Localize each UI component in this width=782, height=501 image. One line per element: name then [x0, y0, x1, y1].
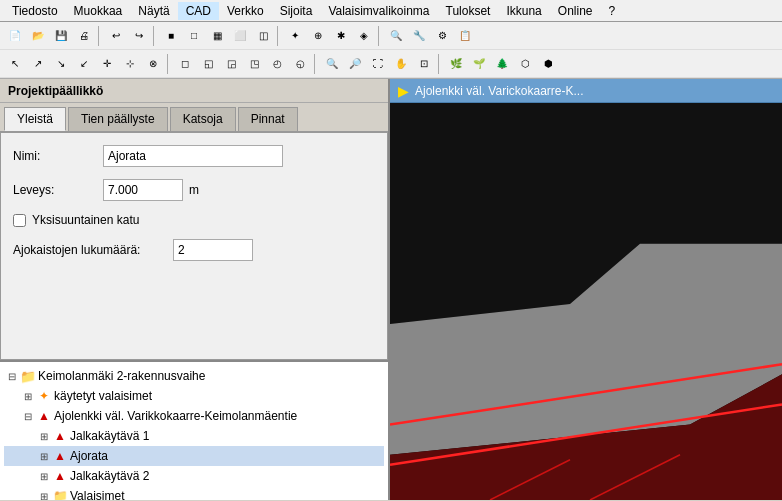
toolbar-zoom1[interactable]: 🔍: [321, 53, 343, 75]
list-item[interactable]: ⊞ 📁 Valaisimet: [4, 486, 384, 500]
sep3: [277, 26, 281, 46]
ajokaistojen-input[interactable]: [173, 239, 253, 261]
toolbar-b1[interactable]: ■: [160, 25, 182, 47]
sep7: [438, 54, 442, 74]
toolbar-b5[interactable]: ◫: [252, 25, 274, 47]
tree-expander-3[interactable]: ⊞: [36, 428, 52, 444]
toolbar-d3[interactable]: 🌲: [491, 53, 513, 75]
tree-label-4: Ajorata: [70, 449, 108, 463]
toolbar-select5[interactable]: ✛: [96, 53, 118, 75]
toolbar-c2[interactable]: ◱: [197, 53, 219, 75]
toolbar-zoom2[interactable]: 🔎: [344, 53, 366, 75]
toolbar-print[interactable]: 🖨: [73, 25, 95, 47]
tree-label-1: käytetyt valaisimet: [54, 389, 152, 403]
toolbar-open[interactable]: 📂: [27, 25, 49, 47]
toolbar-c3[interactable]: ◲: [220, 53, 242, 75]
toolbar-save[interactable]: 💾: [50, 25, 72, 47]
leveys-input[interactable]: [103, 179, 183, 201]
viewport-title-icon: ▶: [398, 83, 409, 99]
tree-expander-5[interactable]: ⊞: [36, 468, 52, 484]
list-item[interactable]: ⊞ ▲ Jalkakäytävä 1: [4, 426, 384, 446]
toolbar-select6[interactable]: ⊹: [119, 53, 141, 75]
toolbar-b13[interactable]: 📋: [454, 25, 476, 47]
toolbar-d2[interactable]: 🌱: [468, 53, 490, 75]
toolbar-zoom5[interactable]: ⊡: [413, 53, 435, 75]
toolbar-row-1: 📄 📂 💾 🖨 ↩ ↪ ■ □ ▦ ⬜ ◫ ✦ ⊕ ✱ ◈ 🔍 🔧 ⚙ 📋: [0, 22, 782, 50]
tab-tien-paallyste[interactable]: Tien päällyste: [68, 107, 168, 131]
tree-expander-6[interactable]: ⊞: [36, 488, 52, 500]
tree-expander-2[interactable]: ⊟: [20, 408, 36, 424]
menu-verkko[interactable]: Verkko: [219, 2, 272, 20]
nimi-input[interactable]: [103, 145, 283, 167]
tab-katsoja[interactable]: Katsoja: [170, 107, 236, 131]
toolbar-d4[interactable]: ⬡: [514, 53, 536, 75]
menu-help[interactable]: ?: [600, 2, 623, 20]
toolbar-d1[interactable]: 🌿: [445, 53, 467, 75]
toolbar-b10[interactable]: 🔍: [385, 25, 407, 47]
menu-tiedosto[interactable]: Tiedosto: [4, 2, 66, 20]
list-item[interactable]: ⊞ ▲ Jalkakäytävä 2: [4, 466, 384, 486]
toolbar-select7[interactable]: ⊗: [142, 53, 164, 75]
sep4: [378, 26, 382, 46]
toolbar-c6[interactable]: ◵: [289, 53, 311, 75]
leveys-unit: m: [189, 183, 199, 197]
ajokaistojen-label: Ajokaistojen lukumäärä:: [13, 243, 173, 257]
list-item[interactable]: ⊟ ▲ Ajolenkki väl. Varikkokaarre-Keimola…: [4, 406, 384, 426]
toolbar-b12[interactable]: ⚙: [431, 25, 453, 47]
viewport[interactable]: [390, 103, 782, 500]
toolbar-select[interactable]: ↖: [4, 53, 26, 75]
toolbar-redo[interactable]: ↪: [128, 25, 150, 47]
tree-expander-4[interactable]: ⊞: [36, 448, 52, 464]
sep6: [314, 54, 318, 74]
list-item[interactable]: ⊞ ✦ käytetyt valaisimet: [4, 386, 384, 406]
tab-yleista[interactable]: Yleistä: [4, 107, 66, 131]
tree-expander-0[interactable]: ⊟: [4, 368, 20, 384]
toolbar-b3[interactable]: ▦: [206, 25, 228, 47]
menu-cad[interactable]: CAD: [178, 2, 219, 20]
sep5: [167, 54, 171, 74]
toolbar-b7[interactable]: ⊕: [307, 25, 329, 47]
yksisuuntainen-checkbox[interactable]: [13, 214, 26, 227]
viewport-title: Ajolenkki väl. Varickokaarre-K...: [415, 84, 584, 98]
form-content: Nimi: Leveys: m Yksisuuntainen katu Ajok…: [0, 132, 388, 360]
tree-label-5: Jalkakäytävä 2: [70, 469, 149, 483]
toolbar-b11[interactable]: 🔧: [408, 25, 430, 47]
tree-expander-1[interactable]: ⊞: [20, 388, 36, 404]
toolbar-select4[interactable]: ↙: [73, 53, 95, 75]
toolbar-new[interactable]: 📄: [4, 25, 26, 47]
toolbar-b8[interactable]: ✱: [330, 25, 352, 47]
menu-online[interactable]: Online: [550, 2, 601, 20]
toolbar-select3[interactable]: ↘: [50, 53, 72, 75]
list-item[interactable]: ⊞ ▲ Ajorata: [4, 446, 384, 466]
toolbar-zoom3[interactable]: ⛶: [367, 53, 389, 75]
road-svg: [390, 103, 782, 500]
toolbar-b9[interactable]: ◈: [353, 25, 375, 47]
person-icon: ▲: [52, 428, 68, 444]
toolbar-b4[interactable]: ⬜: [229, 25, 251, 47]
menu-nayta[interactable]: Näytä: [130, 2, 177, 20]
menu-muokkaa[interactable]: Muokkaa: [66, 2, 131, 20]
list-item[interactable]: ⊟ 📁 Keimolanmäki 2-rakennusvaihe: [4, 366, 384, 386]
menu-sijoita[interactable]: Sijoita: [272, 2, 321, 20]
menu-valaisimet[interactable]: Valaisimvalikoinma: [320, 2, 437, 20]
leveys-label: Leveys:: [13, 183, 103, 197]
menu-tulokset[interactable]: Tulokset: [438, 2, 499, 20]
form-row-nimi: Nimi:: [13, 145, 375, 167]
toolbar-d5[interactable]: ⬢: [537, 53, 559, 75]
toolbar-zoom4[interactable]: ✋: [390, 53, 412, 75]
tab-pinnat[interactable]: Pinnat: [238, 107, 298, 131]
toolbar-undo[interactable]: ↩: [105, 25, 127, 47]
toolbar-b2[interactable]: □: [183, 25, 205, 47]
menubar: Tiedosto Muokkaa Näytä CAD Verkko Sijoit…: [0, 0, 782, 22]
toolbar-select2[interactable]: ↗: [27, 53, 49, 75]
toolbar-c1[interactable]: ◻: [174, 53, 196, 75]
form-row-leveys: Leveys: m: [13, 179, 375, 201]
toolbar-c4[interactable]: ◳: [243, 53, 265, 75]
toolbar-b6[interactable]: ✦: [284, 25, 306, 47]
viewport-titlebar: ▶ Ajolenkki väl. Varickokaarre-K...: [390, 79, 782, 103]
toolbar-c5[interactable]: ◴: [266, 53, 288, 75]
lightbulb-icon: 📁: [52, 488, 68, 500]
tree-label-3: Jalkakäytävä 1: [70, 429, 149, 443]
yksisuuntainen-label: Yksisuuntainen katu: [32, 213, 139, 227]
menu-ikkuna[interactable]: Ikkuna: [498, 2, 549, 20]
